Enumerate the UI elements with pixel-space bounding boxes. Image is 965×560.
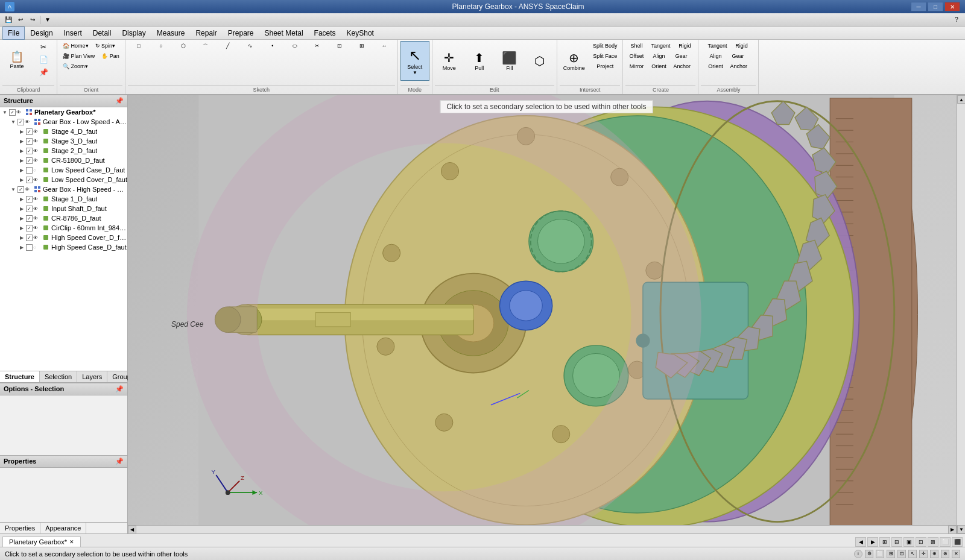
tree-checkbox[interactable]: ✓: [26, 206, 33, 212]
tree-item[interactable]: ▶✓👁CirClip - 60mm Int_98455A146: [0, 223, 127, 233]
spline-button[interactable]: ∿: [239, 41, 261, 51]
menu-repair[interactable]: Repair: [190, 27, 222, 40]
tree-item[interactable]: ▶✓👁Stage 4_D_faut: [0, 127, 127, 136]
poly-button[interactable]: ⬡: [172, 41, 194, 51]
tree-item[interactable]: ▶○High Speed Case_D_faut: [0, 242, 127, 252]
point-button[interactable]: •: [262, 41, 283, 51]
visibility-icon[interactable]: 👁: [33, 158, 40, 163]
visibility-icon[interactable]: 👁: [33, 148, 40, 154]
tree-item[interactable]: ▶✓👁Stage 1_D_faut: [0, 194, 127, 204]
planview-button[interactable]: 🎥 Plan View: [60, 51, 98, 61]
zoom-button[interactable]: 🔍 Zoom▾: [60, 61, 91, 71]
display-options-button[interactable]: ⬜: [940, 537, 951, 547]
cut-button[interactable]: ✂: [33, 41, 54, 53]
tree-expand-icon[interactable]: ▶: [18, 235, 25, 241]
zoom-out-view-button[interactable]: ⊟: [891, 537, 902, 547]
tab-selection[interactable]: Selection: [40, 371, 77, 382]
tree-expand-icon[interactable]: ▶: [18, 197, 25, 202]
asm-align-button[interactable]: Align: [704, 51, 726, 61]
tree-checkbox[interactable]: ✓: [26, 148, 33, 154]
asm-rigid-button[interactable]: Rigid: [730, 41, 752, 51]
dimension-button[interactable]: ↔: [373, 41, 395, 51]
tree-checkbox[interactable]: [26, 167, 33, 174]
nav-next-button[interactable]: ▶: [867, 537, 878, 547]
tree-expand-icon[interactable]: ▶: [18, 225, 25, 231]
asm-gear-button[interactable]: Gear: [727, 51, 748, 61]
mirror-sk-button[interactable]: ⊞: [351, 41, 373, 51]
structure-pin[interactable]: 📌: [115, 97, 124, 105]
tree-checkbox[interactable]: ✓: [26, 234, 33, 241]
menu-detail[interactable]: Detail: [87, 27, 117, 40]
tree-checkbox[interactable]: ✓: [26, 128, 33, 135]
tree-checkbox[interactable]: ✓: [26, 215, 33, 222]
appearance-tab[interactable]: Appearance: [40, 523, 86, 533]
tree-expand-icon[interactable]: ▶: [18, 206, 25, 212]
visibility-icon[interactable]: 👁: [33, 235, 40, 241]
menu-file[interactable]: File: [2, 27, 25, 40]
status-cursor-icon[interactable]: ↖: [908, 550, 917, 558]
tab-layers[interactable]: Layers: [77, 371, 107, 382]
home-button[interactable]: 🏠 Home▾: [60, 41, 92, 51]
tree-checkbox[interactable]: [26, 244, 33, 251]
combine-button[interactable]: ⊕ Combine: [560, 41, 589, 81]
tree-checkbox[interactable]: ✓: [9, 109, 16, 116]
split-face-button[interactable]: Split Face: [590, 51, 621, 61]
menu-sheetmetal[interactable]: Sheet Metal: [259, 27, 309, 40]
qa-undo[interactable]: ↩: [14, 14, 27, 25]
tree-item[interactable]: ▶✓👁Stage 2_D_faut: [0, 146, 127, 156]
mirror-button[interactable]: Mirror: [625, 61, 647, 71]
menu-keyshot[interactable]: KeyShot: [341, 27, 379, 40]
project-button[interactable]: Project: [590, 61, 621, 71]
tree-expand-icon[interactable]: ▶: [18, 148, 25, 154]
fullscreen-button[interactable]: ⊠: [928, 537, 938, 547]
qa-save[interactable]: 💾: [2, 14, 14, 25]
status-info-icon[interactable]: i: [854, 550, 862, 558]
tree-checkbox[interactable]: ✓: [26, 138, 33, 145]
tree-checkbox[interactable]: ✓: [26, 196, 33, 203]
status-expand-icon[interactable]: ⬜: [876, 550, 884, 558]
tab-structure[interactable]: Structure: [0, 371, 40, 382]
tree-checkbox[interactable]: ✓: [26, 157, 33, 164]
maximize-button[interactable]: □: [928, 2, 943, 11]
status-move-icon[interactable]: ✛: [919, 550, 928, 558]
tab-close-icon[interactable]: ✕: [69, 539, 74, 545]
tree-expand-icon[interactable]: ▼: [1, 110, 8, 115]
copy-button[interactable]: 📄: [33, 54, 54, 66]
visibility-icon[interactable]: 👁: [25, 119, 32, 125]
tree-expand-icon[interactable]: ▶: [18, 158, 25, 163]
rigid-button[interactable]: Rigid: [674, 41, 695, 51]
pull-button[interactable]: ⬆ Pull: [465, 41, 494, 81]
spin-button[interactable]: ↻ Spin▾: [92, 41, 119, 51]
asm-tangent-button[interactable]: Tangent: [704, 41, 730, 51]
options-pin[interactable]: 📌: [115, 385, 124, 393]
visibility-icon[interactable]: 👁: [33, 225, 40, 231]
view-grid-button[interactable]: ⊞: [879, 537, 890, 547]
tree-checkbox[interactable]: ✓: [17, 119, 24, 125]
tree-item[interactable]: ▼✓👁Gear Box - High Speed - ASM_D_fau: [0, 184, 127, 194]
menu-measure[interactable]: Measure: [151, 27, 191, 40]
arc-button[interactable]: ⌒: [195, 41, 217, 52]
visibility-icon[interactable]: 👁: [33, 129, 40, 134]
line-button[interactable]: ╱: [217, 41, 239, 51]
viewport-settings-button[interactable]: ⊡: [916, 537, 926, 547]
status-close2-icon[interactable]: ✕: [952, 550, 960, 558]
tree-item[interactable]: ▶○Low Speed Case_D_faut: [0, 165, 127, 175]
menu-facets[interactable]: Facets: [309, 27, 341, 40]
menu-display[interactable]: Display: [116, 27, 151, 40]
tree-item[interactable]: ▼✓👁Planetary Gearbox*: [0, 107, 127, 117]
tree-item[interactable]: ▶✓👁CR-8786_D_faut: [0, 213, 127, 223]
viewport-scrollbar[interactable]: ▲ ▼: [957, 95, 965, 533]
shell-button[interactable]: Shell: [625, 41, 647, 51]
asm-orient-button[interactable]: Orient: [704, 61, 726, 71]
tree-expand-icon[interactable]: ▶: [18, 129, 25, 134]
scroll-track[interactable]: [957, 104, 965, 525]
tangent-button[interactable]: Tangent: [648, 41, 673, 51]
visibility-icon[interactable]: 👁: [33, 139, 40, 144]
gear-button[interactable]: Gear: [670, 51, 692, 61]
qa-help[interactable]: ?: [951, 14, 963, 25]
tree-item[interactable]: ▶✓👁CR-51800_D_faut: [0, 156, 127, 165]
qa-redo[interactable]: ↪: [27, 14, 39, 25]
viewport[interactable]: Click to set a secondary selection to be…: [128, 95, 965, 533]
properties-pin[interactable]: 📌: [115, 458, 124, 465]
tree-expand-icon[interactable]: ▶: [18, 139, 25, 144]
